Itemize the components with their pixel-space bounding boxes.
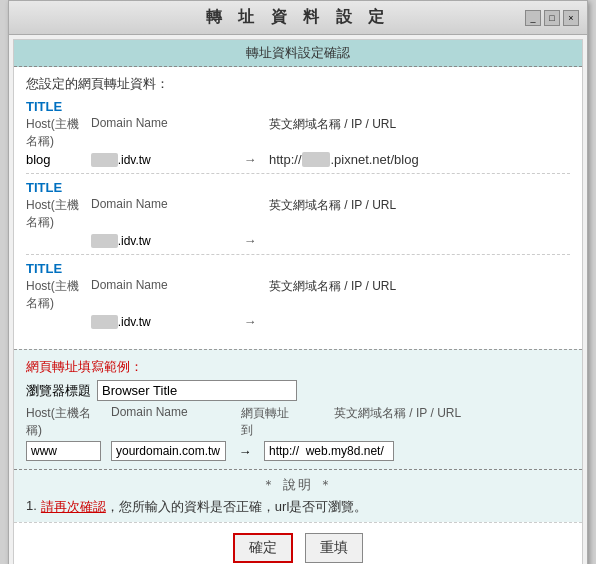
content-area: 轉址資料設定確認 您設定的網頁轉址資料： TITLE Host(主機名稱) Do… [13,39,583,564]
record-1-domain: .idv.tw [91,153,231,167]
record-3-domain-suffix: .idv.tw [118,315,151,329]
ex-col-arrow-spacer [306,405,324,439]
browser-title-input[interactable] [97,380,297,401]
intro-text: 您設定的網頁轉址資料： [26,75,570,93]
window-controls: _ □ × [525,10,579,26]
example-arrow: → [236,444,254,459]
record-3-title: TITLE [26,261,570,276]
button-row: 確定 重填 [14,522,582,564]
example-section: 網頁轉址填寫範例： 瀏覽器標題 Host(主機名稱) Domain Name 網… [14,349,582,469]
col-url-label: 英文網域名稱 / IP / URL [269,116,570,150]
col-domain-label-2: Domain Name [91,197,231,231]
col-domain-label-3: Domain Name [91,278,231,312]
col-arrow-spacer [241,116,259,150]
record-2-header: Host(主機名稱) Domain Name 英文網域名稱 / IP / URL [26,197,570,231]
record-group-3: TITLE Host(主機名稱) Domain Name 英文網域名稱 / IP… [26,261,570,335]
example-header-row: Host(主機名稱) Domain Name 網頁轉址到 英文網域名稱 / IP… [26,405,570,439]
record-1-url: http:// .pixnet.net/blog [269,152,570,167]
example-host-input[interactable] [26,441,101,461]
record-2-domain-prefix [91,234,118,248]
ex-col-redirect-label: 網頁轉址到 [241,405,296,439]
ex-col-host-label: Host(主機名稱) [26,405,101,439]
col-host-label-2: Host(主機名稱) [26,197,81,231]
col-arrow-spacer-3 [241,278,259,312]
minimize-button[interactable]: _ [525,10,541,26]
ex-col-url-label: 英文網域名稱 / IP / URL [334,405,570,439]
confirm-button[interactable]: 確定 [233,533,293,563]
window-title: 轉 址 資 料 設 定 [206,7,390,28]
section-body: 您設定的網頁轉址資料： TITLE Host(主機名稱) Domain Name… [14,67,582,349]
browser-label-row: 瀏覽器標題 [26,380,570,401]
note-item-1: 1. 請再次確認，您所輸入的資料是否正確，url是否可瀏覽。 [26,498,570,516]
note-section: ＊ 說明 ＊ 1. 請再次確認，您所輸入的資料是否正確，url是否可瀏覽。 [14,469,582,522]
record-1-data: blog .idv.tw → http:// .pixnet.net/blog [26,152,570,167]
record-1-domain-suffix: .idv.tw [118,153,151,167]
record-3-domain-prefix [91,315,118,329]
record-1-host: blog [26,152,81,167]
record-1-arrow: → [241,152,259,167]
example-label: 網頁轉址填寫範例： [26,358,570,376]
col-host-label-3: Host(主機名稱) [26,278,81,312]
record-group-1: TITLE Host(主機名稱) Domain Name 英文網域名稱 / IP… [26,99,570,174]
record-2-domain-suffix: .idv.tw [118,234,151,248]
col-domain-label: Domain Name [91,116,231,150]
col-url-label-2: 英文網域名稱 / IP / URL [269,197,570,231]
note-header: ＊ 說明 ＊ [26,476,570,494]
record-2-arrow: → [241,233,259,248]
maximize-button[interactable]: □ [544,10,560,26]
record-1-header: Host(主機名稱) Domain Name 英文網域名稱 / IP / URL [26,116,570,150]
main-window: 轉 址 資 料 設 定 _ □ × 轉址資料設定確認 您設定的網頁轉址資料： T… [8,0,588,564]
col-arrow-spacer-2 [241,197,259,231]
section-header-text: 轉址資料設定確認 [246,45,350,60]
record-1-title: TITLE [26,99,570,114]
record-2-data: .idv.tw → [26,233,570,248]
note-number: 1. [26,498,37,516]
note-link[interactable]: 請再次確認 [41,499,106,514]
section-header: 轉址資料設定確認 [14,40,582,67]
record-3-arrow: → [241,314,259,329]
example-url-input[interactable] [264,441,394,461]
ex-col-domain-label: Domain Name [111,405,231,439]
record-2-domain: .idv.tw [91,234,231,248]
record-1-url-blur [302,152,331,167]
example-domain-input[interactable] [111,441,226,461]
note-content: 請再次確認，您所輸入的資料是否正確，url是否可瀏覽。 [41,498,367,516]
record-3-header: Host(主機名稱) Domain Name 英文網域名稱 / IP / URL [26,278,570,312]
example-data-row: → [26,441,570,461]
close-button[interactable]: × [563,10,579,26]
browser-label: 瀏覽器標題 [26,382,91,400]
record-1-domain-prefix [91,153,118,167]
record-group-2: TITLE Host(主機名稱) Domain Name 英文網域名稱 / IP… [26,180,570,255]
reset-button[interactable]: 重填 [305,533,363,563]
title-bar: 轉 址 資 料 設 定 _ □ × [9,1,587,35]
record-3-domain: .idv.tw [91,315,231,329]
col-host-label: Host(主機名稱) [26,116,81,150]
record-3-data: .idv.tw → [26,314,570,329]
record-2-title: TITLE [26,180,570,195]
col-url-label-3: 英文網域名稱 / IP / URL [269,278,570,312]
